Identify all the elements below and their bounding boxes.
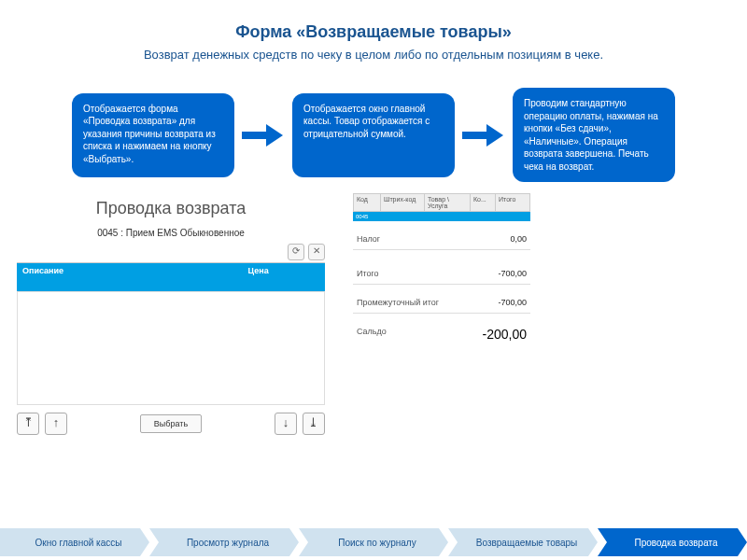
- gh-qty: Ко...: [471, 194, 496, 211]
- toolbar: ⟳ ✕: [17, 242, 325, 263]
- down-button[interactable]: ↓: [275, 413, 297, 435]
- col-price: Цена: [243, 263, 326, 278]
- col-description: Описание: [17, 263, 243, 278]
- up-button[interactable]: ↑: [45, 413, 67, 435]
- gh-barcode: Штрих-код: [381, 194, 425, 211]
- item-label: 0045 : Прием EMS Обыкновенное: [17, 228, 325, 238]
- first-page-button[interactable]: ⤒: [17, 413, 39, 435]
- page-title: Форма «Возвращаемые товары»: [0, 0, 747, 42]
- sum-row: Итого-700,00: [353, 263, 530, 285]
- crumb-return-posting[interactable]: Проводка возврата: [598, 528, 747, 556]
- crumb-journal-view[interactable]: Просмотр журнала: [149, 528, 299, 556]
- crumb-journal-search[interactable]: Поиск по журналу: [299, 528, 448, 556]
- table-header: Описание Цена: [17, 263, 325, 278]
- screenshot-return-form: Проводка возврата 0045 : Прием EMS Обыкн…: [17, 193, 325, 435]
- screenshot-main-cash: Код Штрих-код Товар \ Услуга Ко... Итого…: [353, 193, 530, 435]
- last-page-button[interactable]: ⤓: [303, 413, 325, 435]
- arrow-right-icon: [462, 126, 505, 145]
- table-body: [17, 291, 325, 405]
- footer-buttons: ⤒ ↑ Выбрать ↓ ⤓: [17, 413, 325, 435]
- sum-row: Сальдо-200,00: [353, 321, 530, 347]
- grid-row: 0045: [353, 212, 530, 221]
- crumb-main-cash[interactable]: Окно главной кассы: [0, 528, 149, 556]
- arrow-right-icon: [242, 126, 285, 145]
- gh-item: Товар \ Услуга: [425, 194, 471, 211]
- crumb-returned-goods[interactable]: Возвращаемые товары: [448, 528, 598, 556]
- page-subtitle: Возврат денежных средств по чеку в целом…: [0, 48, 747, 62]
- select-button[interactable]: Выбрать: [140, 414, 202, 433]
- flow-note-1: Отображается форма «Проводка возврата» д…: [72, 93, 234, 177]
- breadcrumb: Окно главной кассы Просмотр журнала Поис…: [0, 528, 747, 556]
- sum-row: Налог0,00: [353, 229, 530, 250]
- flow-note-3: Проводим стандартную операцию оплаты, на…: [513, 88, 675, 182]
- window-title: Проводка возврата: [17, 193, 325, 228]
- flow-row: Отображается форма «Проводка возврата» д…: [22, 88, 725, 182]
- refresh-icon[interactable]: ⟳: [288, 244, 304, 260]
- close-icon[interactable]: ✕: [308, 244, 325, 260]
- sum-row: Промежуточный итог-700,00: [353, 292, 530, 314]
- gh-code: Код: [354, 194, 381, 211]
- gh-total: Итого: [496, 194, 529, 211]
- grid-header: Код Штрих-код Товар \ Услуга Ко... Итого: [353, 193, 530, 212]
- flow-note-2: Отображается окно главной кассы. Товар о…: [292, 93, 455, 177]
- table-row[interactable]: [17, 278, 325, 291]
